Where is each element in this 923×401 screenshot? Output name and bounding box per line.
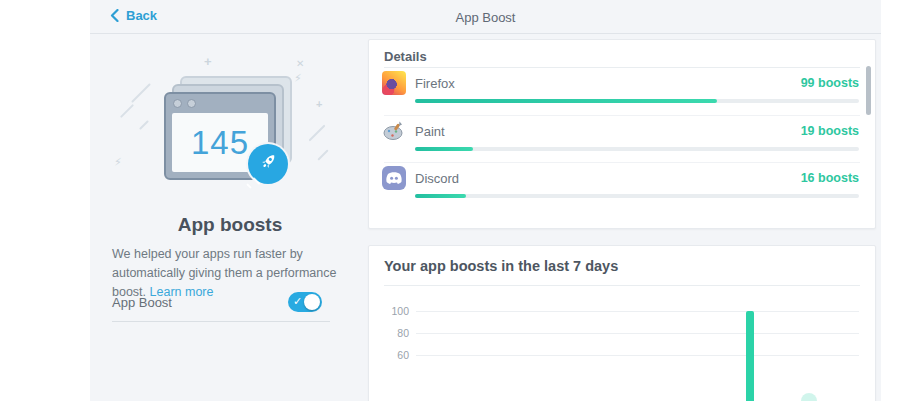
paint-app-icon	[382, 119, 406, 143]
app-boost-toggle-row: App Boost ✓	[112, 292, 350, 314]
speed-line-icon	[139, 120, 149, 130]
chart-title: Your app boosts in the last 7 days	[384, 258, 618, 274]
toggle-label: App Boost	[112, 295, 172, 310]
app-row-firefox: Firefox 99 boosts	[369, 68, 875, 115]
divider	[112, 321, 330, 322]
progress-track	[415, 194, 859, 198]
details-title: Details	[384, 49, 427, 64]
details-card: Details Firefox 99 boosts P	[368, 39, 876, 229]
speed-line-icon	[131, 83, 151, 103]
boost-count-label: 19 boosts	[801, 124, 859, 138]
divider	[384, 285, 860, 286]
app-row-paint: Paint 19 boosts	[369, 116, 875, 163]
app-boost-toggle[interactable]: ✓	[288, 292, 322, 312]
speed-line-icon	[309, 125, 326, 142]
window-dot	[187, 99, 196, 108]
rocket-icon	[257, 151, 279, 177]
app-row-discord: Discord 16 boosts	[369, 163, 875, 210]
plus-sparkle-icon: +	[316, 98, 322, 110]
boost-count-label: 16 boosts	[801, 171, 859, 185]
boost-count: 145	[191, 124, 249, 162]
rocket-trail-icon	[246, 183, 252, 189]
progress-fill	[415, 194, 466, 198]
chart-card: Your app boosts in the last 7 days 100 8…	[368, 245, 876, 401]
speed-line-icon	[120, 104, 134, 118]
boost-count-label: 99 boosts	[801, 76, 859, 90]
gridline	[416, 333, 859, 334]
summary-panel: + + ✕ ⚡ ⚡ 145	[90, 34, 370, 401]
app-name: Discord	[415, 171, 459, 186]
checkmark-icon: ✓	[293, 295, 302, 308]
top-bar: Back App Boost	[90, 0, 881, 34]
app-name: Firefox	[415, 76, 455, 91]
app-name: Paint	[415, 124, 445, 139]
y-axis-tick: 80	[383, 327, 409, 339]
window-dot	[173, 99, 182, 108]
gridline	[416, 355, 859, 356]
app-boost-illustration: + + ✕ ⚡ ⚡ 145	[120, 58, 340, 218]
bolt-sparkle-icon: ⚡	[294, 72, 302, 85]
scrollbar-thumb[interactable]	[866, 66, 871, 115]
app-boost-screen: Back App Boost + + ✕ ⚡ ⚡ 145	[90, 0, 881, 401]
toggle-knob	[304, 294, 320, 310]
progress-fill	[415, 147, 473, 151]
page-title: App Boost	[90, 10, 881, 25]
chart-bar-partial	[801, 393, 817, 401]
gridline	[416, 311, 859, 312]
cross-sparkle-icon: ✕	[296, 58, 304, 69]
speed-line-icon	[317, 149, 328, 160]
chart-bar-100	[746, 311, 754, 401]
progress-fill	[415, 99, 717, 103]
plus-sparkle-icon: +	[204, 54, 212, 69]
y-axis-tick: 60	[383, 349, 409, 361]
progress-track	[415, 99, 859, 103]
panel-title: App boosts	[90, 214, 370, 236]
firefox-app-icon	[382, 71, 406, 95]
progress-track	[415, 147, 859, 151]
y-axis-tick: 100	[383, 305, 409, 317]
bolt-sparkle-icon: ⚡	[114, 156, 122, 169]
discord-app-icon	[382, 166, 406, 190]
